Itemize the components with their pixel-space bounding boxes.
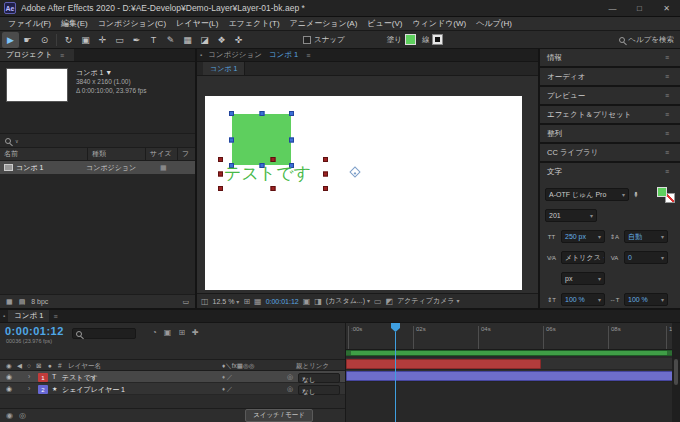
stroke-color-swatch[interactable] — [432, 34, 443, 45]
selection-handle[interactable] — [271, 157, 276, 162]
pickwhip-icon[interactable]: ◎ — [287, 373, 293, 381]
selection-handle[interactable] — [271, 186, 276, 191]
column-name[interactable]: 名前 — [0, 148, 88, 160]
layer-name[interactable]: シェイプレイヤー 1 — [62, 385, 125, 395]
eraser-tool-icon[interactable]: ◪ — [196, 32, 213, 48]
selection-handle[interactable] — [259, 111, 264, 116]
panel-audio[interactable]: オーディオ ≡ — [540, 68, 680, 85]
panel-menu-icon[interactable]: ≡ — [661, 92, 673, 99]
layer-name-column-header[interactable]: レイヤー名 — [68, 362, 101, 371]
close-button[interactable]: ✕ — [653, 0, 680, 16]
selection-handle[interactable] — [229, 137, 234, 142]
audio-icon[interactable]: ◀ — [17, 362, 22, 370]
pen-tool-icon[interactable]: ✒ — [128, 32, 145, 48]
resolution-select[interactable]: (カスタム...) — [326, 296, 370, 306]
text-fill-swatch[interactable] — [657, 187, 667, 197]
brush-tool-icon[interactable]: ✎ — [162, 32, 179, 48]
zoom-tool-icon[interactable]: ⊙ — [36, 32, 53, 48]
expand-arrow-icon[interactable]: › — [28, 373, 30, 380]
column-type[interactable]: 種類 — [88, 148, 146, 160]
anchor-point-icon[interactable] — [349, 166, 360, 177]
panel-menu-icon[interactable]: ≡ — [661, 168, 673, 175]
tab-project[interactable]: プロジェクト ≡ — [0, 49, 74, 61]
selection-handle[interactable] — [323, 172, 328, 177]
pickwhip-icon[interactable]: ◎ — [287, 385, 293, 393]
layer-row-1[interactable]: ◉ › 1 T テストです ♦ ／ ◎ なし — [0, 371, 345, 383]
timeline-search-field[interactable] — [72, 328, 136, 339]
comp-canvas[interactable]: テストです — [205, 96, 522, 290]
help-search-box[interactable]: ヘルプを検索 — [619, 35, 674, 45]
layer-color-chip[interactable]: 2 — [38, 385, 48, 394]
comp-nav-tab[interactable]: コンポ 1 — [203, 62, 245, 75]
transparency-grid-icon[interactable]: ◩ — [386, 297, 394, 306]
new-folder-icon[interactable]: ▤ — [19, 298, 26, 306]
text-layer-content[interactable]: テストです — [224, 162, 311, 185]
panel-align[interactable]: 整列 ≡ — [540, 125, 680, 142]
selection-handle[interactable] — [323, 157, 328, 162]
project-item-name[interactable]: コンポ 1 ▼ — [76, 68, 146, 77]
parent-link-column-header[interactable]: 親とリンク — [296, 362, 329, 371]
panel-menu-icon[interactable]: ≡ — [661, 111, 673, 118]
project-row-comp1[interactable]: コンポ 1 コンポジション ▦ — [0, 161, 195, 174]
comp-viewer[interactable]: テストです — [197, 76, 538, 293]
panel-menu-icon[interactable]: ≡ — [661, 54, 673, 61]
selection-handle[interactable] — [218, 172, 223, 177]
selection-handle[interactable] — [218, 157, 223, 162]
label-column-header[interactable]: ● — [48, 362, 52, 369]
panel-menu-icon[interactable]: ≡ — [661, 73, 673, 80]
rotate-tool-icon[interactable]: ↻ — [60, 32, 77, 48]
maximize-button[interactable]: □ — [626, 0, 653, 16]
scrollbar-thumb[interactable] — [674, 359, 678, 385]
expand-transfer-controls-icon[interactable]: ◉ — [6, 411, 13, 420]
show-channel-icon[interactable]: ◨ — [314, 297, 322, 306]
switches-column-header[interactable]: ♦＼fx▦◎◎ — [222, 362, 254, 371]
menu-animation[interactable]: アニメーション(A) — [285, 18, 363, 29]
unit-select[interactable]: px — [561, 272, 605, 285]
solo-icon[interactable]: ○ — [27, 362, 31, 369]
menu-layer[interactable]: レイヤー(L) — [171, 18, 223, 29]
timeline-current-time[interactable]: 0:00:01:12 — [5, 325, 64, 337]
project-item-list[interactable] — [0, 174, 195, 294]
project-bit-depth[interactable]: 8 bpc — [31, 298, 48, 305]
shape-layer-rectangle[interactable] — [232, 114, 291, 165]
lock-icon[interactable]: ⊠ — [36, 362, 41, 370]
current-time-button[interactable]: 0:00:01:12 — [266, 298, 299, 305]
interpret-footage-icon[interactable]: ▦ — [6, 298, 13, 306]
fill-color-swatch[interactable] — [405, 34, 416, 45]
motion-blur-icon[interactable]: ✚ — [192, 328, 199, 337]
menu-composition[interactable]: コンポジション(C) — [93, 18, 171, 29]
kerning-select[interactable]: メトリクス — [561, 251, 605, 264]
selection-handle[interactable] — [218, 186, 223, 191]
panel-preview[interactable]: プレビュー ≡ — [540, 87, 680, 104]
menu-effect[interactable]: エフェクト(T) — [223, 18, 284, 29]
timeline-vertical-scrollbar[interactable] — [672, 323, 680, 422]
panel-menu-icon[interactable]: ≡ — [302, 49, 314, 61]
column-f[interactable]: フ — [178, 148, 195, 160]
clone-stamp-tool-icon[interactable]: ▦ — [179, 32, 196, 48]
camera-tool-icon[interactable]: ▣ — [77, 32, 94, 48]
layer-1-duration-bar[interactable] — [346, 359, 541, 369]
panel-menu-icon[interactable]: ≡ — [49, 310, 61, 322]
selection-handle[interactable] — [289, 137, 294, 142]
vertical-scale-select[interactable]: 100 % — [561, 293, 605, 306]
tab-comp1[interactable]: コンポ 1 — [265, 49, 302, 61]
shy-icon[interactable]: ⊞ — [178, 328, 185, 337]
eyedropper-icon[interactable]: ✒ — [631, 191, 640, 198]
expand-arrow-icon[interactable]: › — [28, 385, 30, 392]
snapshot-icon[interactable]: ▣ — [303, 297, 311, 306]
selection-handle[interactable] — [323, 186, 328, 191]
composition-mini-flowchart-icon[interactable]: ◔ — [152, 328, 157, 337]
layer-row-2[interactable]: ◉ › 2 ★ シェイプレイヤー 1 ♦ ／ ◎ なし — [0, 383, 345, 395]
menu-edit[interactable]: 編集(E) — [56, 18, 93, 29]
selection-handle[interactable] — [289, 111, 294, 116]
chevron-down-icon[interactable] — [13, 136, 19, 145]
layer-switches[interactable]: ♦ ／ — [222, 385, 233, 394]
expand-in-out-icon[interactable]: ◎ — [19, 411, 26, 420]
tracking-select[interactable]: 0 — [624, 251, 668, 264]
eye-icon[interactable]: ◉ — [6, 385, 12, 393]
horizontal-scale-select[interactable]: 100 % — [624, 293, 668, 306]
leading-select[interactable]: 自動 — [624, 230, 668, 243]
3d-view-select[interactable]: アクティブカメラ — [397, 296, 459, 306]
menu-window[interactable]: ウィンドウ(W) — [407, 18, 471, 29]
parent-select[interactable]: なし — [298, 385, 340, 395]
